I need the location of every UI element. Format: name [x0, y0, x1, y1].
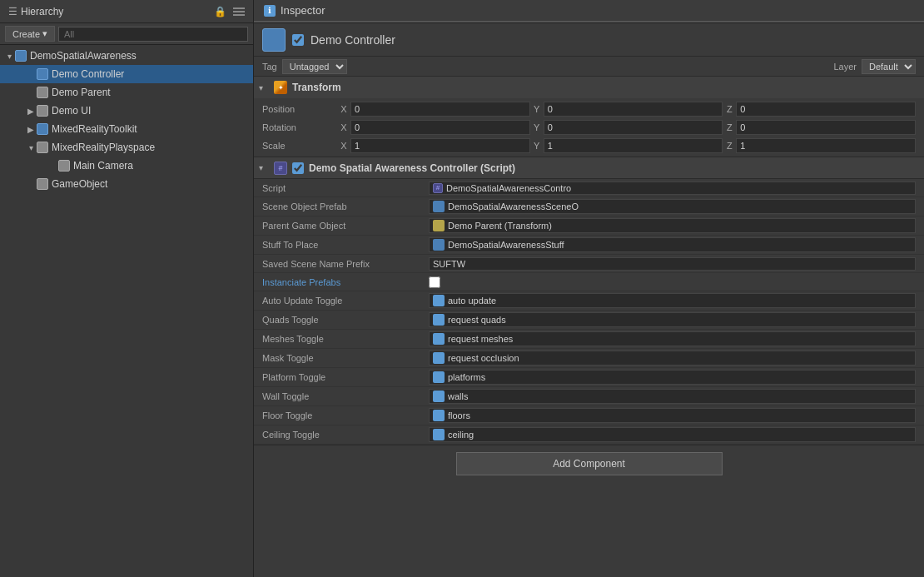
create-button[interactable]: Create ▾ [5, 26, 55, 42]
field-label-platform-toggle: Platform Toggle [262, 372, 429, 382]
create-label: Create [12, 29, 40, 39]
ref-icon-blue [433, 201, 445, 212]
field-label-instanciate-prefabs[interactable]: Instanciate Prefabs [262, 277, 429, 287]
scale-inputs: X Y Z [337, 138, 916, 153]
tree-label: Demo Controller [52, 68, 124, 80]
tag-select[interactable]: Untagged [282, 59, 347, 74]
scale-x-group: X [337, 138, 530, 153]
field-value-wall-toggle: walls [429, 389, 916, 404]
scale-z-input[interactable] [736, 138, 916, 153]
position-y-input[interactable] [544, 102, 723, 117]
inspector-tab[interactable]: ℹ Inspector [254, 0, 924, 22]
transform-header[interactable]: ▾ ✦ Transform [254, 77, 924, 98]
field-value-box-meshes-toggle[interactable]: request meshes [429, 331, 916, 346]
ceiling-toggle-text: ceiling [448, 430, 474, 440]
field-value-meshes-toggle: request meshes [429, 331, 916, 346]
floor-toggle-text: floors [448, 410, 470, 420]
tree-item-demo-controller[interactable]: Demo Controller [0, 65, 253, 83]
field-value-box-auto-update-toggle[interactable]: auto update [429, 293, 916, 308]
field-row-mask-toggle: Mask Toggle request occlusion [254, 349, 924, 368]
rotation-z-input[interactable] [736, 120, 916, 135]
ref-icon-yellow [433, 220, 445, 231]
field-value-box-script[interactable]: # DemoSpatialAwarenessContro [429, 182, 916, 195]
toggle-icon5 [433, 371, 445, 383]
hierarchy-panel: Create ▾ ▾ DemoSpatialAwareness Demo Con… [0, 23, 254, 577]
arrow-icon: ▶ [25, 125, 37, 134]
rotation-inputs: X Y Z [337, 120, 916, 135]
object-active-checkbox[interactable] [292, 34, 304, 46]
rotation-label: Rotation [262, 122, 337, 132]
arrow-icon: ▾ [25, 143, 37, 152]
position-z-input[interactable] [736, 102, 916, 117]
tree-label: Demo UI [52, 105, 91, 117]
field-value-platform-toggle: platforms [429, 370, 916, 385]
arrow-icon: ▾ [3, 52, 15, 61]
field-row-ceiling-toggle: Ceiling Toggle ceiling [254, 425, 924, 445]
rotation-x-input[interactable] [350, 120, 530, 135]
lock-icon[interactable]: 🔒 [214, 6, 226, 17]
field-value-stuff-to-place: DemoSpatialAwarenessStuff [429, 237, 916, 252]
script-header[interactable]: ▾ # Demo Spatial Awareness Controller (S… [254, 157, 924, 179]
instanciate-prefabs-checkbox[interactable] [429, 276, 440, 288]
position-x-input[interactable] [350, 102, 530, 117]
hierarchy-tab[interactable]: ☰ Hierarchy 🔒 [0, 0, 254, 22]
tree-item-demo-spatial-awareness[interactable]: ▾ DemoSpatialAwareness [0, 47, 253, 65]
hierarchy-icon: ☰ [8, 6, 17, 17]
field-value-quads-toggle: request quads [429, 312, 916, 327]
field-label-script: Script [262, 183, 429, 193]
field-row-auto-update-toggle: Auto Update Toggle auto update [254, 291, 924, 311]
meshes-toggle-text: request meshes [448, 334, 513, 344]
field-value-box-parent-game-object[interactable]: Demo Parent (Transform) [429, 218, 916, 233]
scale-y-input[interactable] [544, 138, 723, 153]
tree-item-demo-parent[interactable]: Demo Parent [0, 83, 253, 102]
transform-fields: Position X Y Z [254, 98, 924, 157]
field-label-auto-update-toggle: Auto Update Toggle [262, 296, 429, 306]
field-label-parent-game-object: Parent Game Object [262, 221, 429, 231]
field-value-box-platform-toggle[interactable]: platforms [429, 370, 916, 385]
tree-label: Main Camera [73, 160, 133, 172]
script-title: Demo Spatial Awareness Controller (Scrip… [309, 162, 515, 174]
add-component-button[interactable]: Add Component [456, 452, 723, 475]
scale-y-label: Y [530, 141, 544, 151]
field-row-instanciate-prefabs: Instanciate Prefabs [254, 273, 924, 291]
rotation-y-group: Y [530, 120, 723, 135]
tree-label: DemoSpatialAwareness [30, 50, 137, 62]
tree-item-game-object[interactable]: GameObject [0, 175, 253, 193]
tree-item-mixed-reality-playspace[interactable]: ▾ MixedRealityPlayspace [0, 138, 253, 157]
field-value-box-wall-toggle[interactable]: walls [429, 389, 916, 404]
toggle-icon [433, 295, 445, 306]
tree-item-main-camera[interactable]: Main Camera [0, 157, 253, 175]
field-value-box-quads-toggle[interactable]: request quads [429, 312, 916, 327]
script-fields: Script # DemoSpatialAwarenessContro Scen… [254, 179, 924, 445]
scene-object-prefab-text: DemoSpatialAwarenessSceneO [448, 201, 579, 211]
script-active-checkbox[interactable] [292, 162, 304, 174]
tree-icon [37, 178, 48, 190]
field-row-stuff-to-place: Stuff To Place DemoSpatialAwarenessStuff [254, 236, 924, 255]
tree-item-demo-ui[interactable]: ▶ Demo UI [0, 102, 253, 120]
tag-layer-row: Tag Untagged Layer Default [254, 57, 924, 77]
field-value-box-mask-toggle[interactable]: request occlusion [429, 351, 916, 366]
field-value-box-ceiling-toggle[interactable]: ceiling [429, 427, 916, 442]
field-value-box-stuff-to-place[interactable]: DemoSpatialAwarenessStuff [429, 237, 916, 252]
search-input[interactable] [58, 27, 248, 42]
tree-item-mixed-reality-toolkit[interactable]: ▶ MixedRealityToolkit [0, 120, 253, 138]
rotation-row: Rotation X Y Z [254, 118, 924, 137]
create-arrow: ▾ [42, 28, 47, 39]
menu-dots[interactable] [233, 7, 245, 16]
field-label-saved-scene-name-prefix: Saved Scene Name Prefix [262, 259, 429, 269]
tree-icon [37, 142, 48, 153]
rotation-y-input[interactable] [544, 120, 723, 135]
field-value-box-scene-object-prefab[interactable]: DemoSpatialAwarenessSceneO [429, 199, 916, 214]
tree-label: GameObject [52, 178, 107, 190]
field-value-box-floor-toggle[interactable]: floors [429, 408, 916, 423]
object-cube-icon [262, 28, 286, 52]
scale-x-input[interactable] [350, 138, 530, 153]
field-label-meshes-toggle: Meshes Toggle [262, 334, 429, 344]
layer-select[interactable]: Default [862, 59, 916, 74]
position-y-label: Y [530, 104, 544, 114]
ref-icon-blue2 [433, 239, 445, 251]
add-component-label: Add Component [553, 458, 625, 470]
auto-update-toggle-text: auto update [448, 296, 496, 306]
field-value-box-saved-scene-name-prefix[interactable]: SUFTW [429, 257, 916, 271]
parent-game-object-text: Demo Parent (Transform) [448, 221, 552, 231]
